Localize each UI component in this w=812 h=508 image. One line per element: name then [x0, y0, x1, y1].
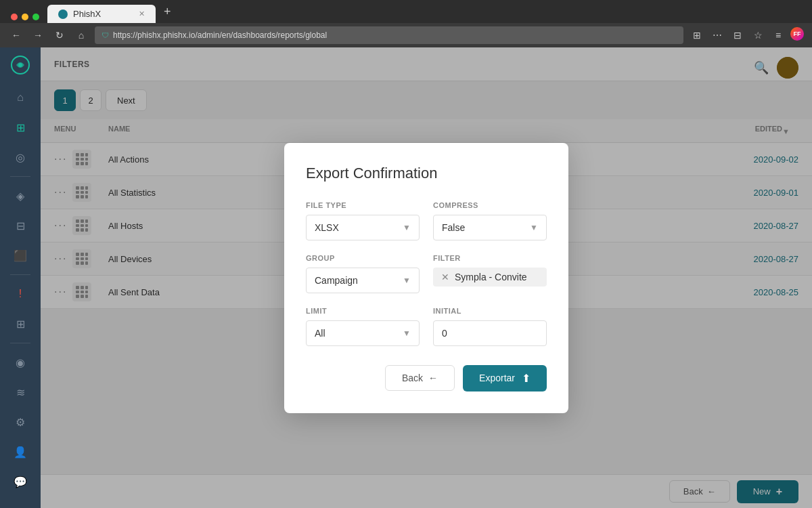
- list-icon: ≋: [16, 386, 25, 399]
- back-button[interactable]: ←: [8, 27, 24, 43]
- sidebar: ⌂ ⊞ ◎ ◈ ⊟ ⬛ ! ⊞ ◉ ≋ ⚙: [0, 47, 41, 508]
- file-type-select[interactable]: XLSX ▼: [306, 215, 420, 240]
- initial-field: INITIAL 0: [433, 307, 547, 346]
- tab-close-icon[interactable]: ✕: [139, 9, 145, 18]
- chat-icon: 💬: [14, 475, 27, 488]
- filter-remove-icon[interactable]: ✕: [441, 272, 449, 282]
- compress-select[interactable]: False ▼: [433, 215, 547, 240]
- sidebar-item-circle[interactable]: ◉: [5, 349, 35, 376]
- sidebar-separator-1: [10, 176, 30, 177]
- export-button[interactable]: Exportar ⬆: [463, 365, 547, 391]
- document-icon: ⊟: [16, 219, 25, 232]
- file-type-arrow-icon: ▼: [403, 223, 411, 232]
- compress-label: COMPRESS: [433, 201, 547, 209]
- block-icon: ⬛: [14, 249, 27, 262]
- initial-label: INITIAL: [433, 307, 547, 315]
- alert-icon: !: [19, 288, 22, 300]
- export-label: Exportar: [479, 373, 515, 383]
- file-type-label: FILE TYPE: [306, 201, 420, 209]
- modal-row-1: FILE TYPE XLSX ▼ COMPRESS False ▼: [306, 201, 547, 240]
- forward-button[interactable]: →: [30, 27, 46, 43]
- sidebar-item-targets[interactable]: ◎: [5, 144, 35, 171]
- filter-field: FILTER ✕ Sympla - Convite: [433, 254, 547, 293]
- url-text: https://phishx.phishx.io/admin/en/dashbo…: [113, 30, 677, 40]
- user-icon: 👤: [14, 446, 27, 459]
- new-tab-button[interactable]: +: [158, 2, 177, 22]
- sidebar-item-chat[interactable]: 💬: [5, 468, 35, 495]
- modal-overlay: Export Confirmation FILE TYPE XLSX ▼ COM…: [41, 47, 812, 508]
- group-select[interactable]: Campaign ▼: [306, 268, 420, 293]
- firefox-icon: FF: [790, 27, 804, 41]
- address-bar[interactable]: 🛡 https://phishx.phishx.io/admin/en/dash…: [95, 26, 683, 44]
- limit-arrow-icon: ▼: [403, 329, 411, 338]
- filter-label: FILTER: [433, 254, 547, 262]
- bookmark-button[interactable]: ☆: [750, 27, 766, 43]
- modal-actions: Back ← Exportar ⬆: [306, 365, 547, 391]
- modal-row-2: GROUP Campaign ▼ FILTER ✕ Sympla - Convi…: [306, 254, 547, 293]
- menu-button[interactable]: ≡: [770, 27, 786, 43]
- minimize-dot[interactable]: [22, 14, 28, 20]
- browser-tab[interactable]: PhishX ✕: [47, 5, 156, 23]
- more-button[interactable]: ⋯: [709, 27, 725, 43]
- reports-icon: ⊞: [16, 121, 25, 134]
- sidebar-item-alert[interactable]: !: [5, 280, 35, 308]
- tab-title: PhishX: [73, 9, 101, 19]
- group-value: Campaign: [315, 275, 358, 286]
- sidebar-item-list[interactable]: ≋: [5, 379, 35, 406]
- filter-tag-text: Sympla - Convite: [455, 272, 527, 282]
- compress-value: False: [442, 222, 465, 233]
- home-button[interactable]: ⌂: [73, 27, 89, 43]
- extensions-button[interactable]: ⊞: [689, 27, 705, 43]
- limit-label: LIMIT: [306, 307, 420, 315]
- sidebar-item-block[interactable]: ⬛: [5, 242, 35, 269]
- sidebar-separator-2: [10, 274, 30, 275]
- browser-chrome: PhishX ✕ + ← → ↻ ⌂ 🛡 https://phishx.phis…: [0, 0, 812, 47]
- logo-icon: [11, 56, 30, 75]
- group-label: GROUP: [306, 254, 420, 262]
- sidebar-item-analytics[interactable]: ◈: [5, 182, 35, 209]
- limit-field: LIMIT All ▼: [306, 307, 420, 346]
- sidebar-toggle[interactable]: ⊟: [729, 27, 746, 43]
- filter-tag: ✕ Sympla - Convite: [433, 268, 547, 287]
- user-group-icon: ⚙: [16, 416, 25, 429]
- close-dot[interactable]: [11, 14, 18, 20]
- svg-point-1: [18, 63, 22, 67]
- sidebar-item-user[interactable]: 👤: [5, 438, 35, 465]
- modal-row-3: LIMIT All ▼ INITIAL 0: [306, 307, 547, 346]
- initial-input[interactable]: 0: [433, 320, 547, 346]
- main-content: 🔍 FILTERS ... 1 2 Next MENU NAME EDITED: [41, 47, 812, 508]
- circle-icon: ◉: [16, 356, 25, 369]
- group-field: GROUP Campaign ▼: [306, 254, 420, 293]
- group-arrow-icon: ▼: [403, 276, 411, 285]
- sidebar-item-dashboard[interactable]: ⌂: [5, 84, 35, 111]
- home-icon: ⌂: [17, 91, 24, 104]
- maximize-dot[interactable]: [32, 14, 39, 20]
- sidebar-item-documents[interactable]: ⊟: [5, 212, 35, 239]
- sidebar-item-reports[interactable]: ⊞: [5, 114, 35, 141]
- compress-arrow-icon: ▼: [530, 223, 538, 232]
- refresh-button[interactable]: ↻: [51, 27, 68, 43]
- sidebar-separator-3: [10, 343, 30, 343]
- sidebar-item-grid[interactable]: ⊞: [5, 310, 35, 337]
- modal-back-label: Back: [402, 373, 423, 383]
- compress-field: COMPRESS False ▼: [433, 201, 547, 240]
- limit-value: All: [315, 328, 325, 339]
- sidebar-item-user-group[interactable]: ⚙: [5, 408, 35, 436]
- analytics-icon: ◈: [16, 190, 24, 203]
- modal-title: Export Confirmation: [306, 165, 547, 182]
- logo: [5, 56, 35, 81]
- modal-back-button[interactable]: Back ←: [385, 365, 455, 391]
- initial-value: 0: [442, 328, 447, 339]
- modal-back-arrow-icon: ←: [428, 373, 438, 383]
- export-confirmation-modal: Export Confirmation FILE TYPE XLSX ▼ COM…: [284, 143, 568, 413]
- grid-icon: ⊞: [16, 318, 25, 331]
- app-container: ⌂ ⊞ ◎ ◈ ⊟ ⬛ ! ⊞ ◉ ≋ ⚙: [0, 47, 812, 508]
- file-type-field: FILE TYPE XLSX ▼: [306, 201, 420, 240]
- upload-icon: ⬆: [522, 372, 531, 385]
- target-icon: ◎: [16, 151, 25, 164]
- security-icon: 🛡: [102, 31, 109, 39]
- limit-select[interactable]: All ▼: [306, 320, 420, 346]
- file-type-value: XLSX: [315, 222, 339, 233]
